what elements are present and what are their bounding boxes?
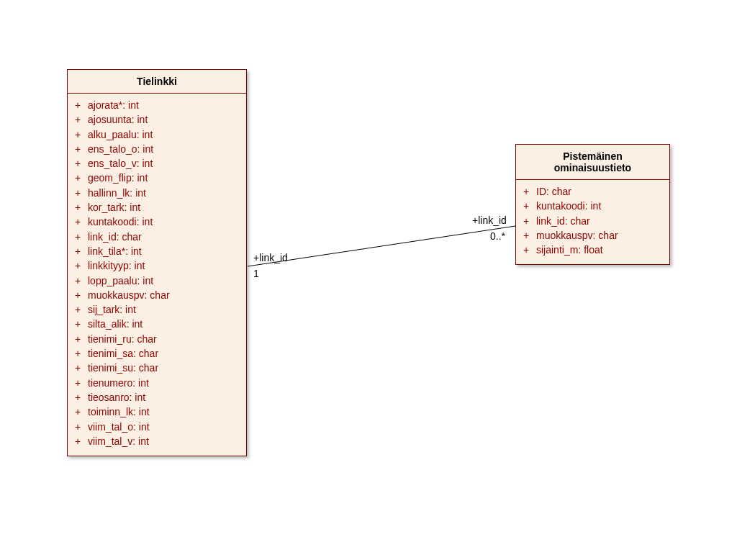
attr-row: +lopp_paalu: int: [75, 274, 239, 288]
class-pistemainen-title: Pistemäinen ominaisuustieto: [516, 145, 669, 180]
class-pistemainen: Pistemäinen ominaisuustieto +ID: char +k…: [515, 144, 670, 265]
assoc-right-role: +link_id: [472, 214, 507, 226]
attr-row: +viim_tal_o: int: [75, 420, 239, 434]
class-tielinkki-title: Tielinkki: [68, 70, 246, 94]
attr-row: +ens_talo_o: int: [75, 142, 239, 156]
attr-row: +kuntakoodi: int: [75, 214, 239, 229]
attr-row: +ID: char: [523, 184, 662, 199]
assoc-right-mult: 0..*: [490, 230, 505, 242]
attr-row: +kuntakoodi: int: [523, 199, 662, 213]
attr-row: +tieosanro: int: [75, 390, 239, 405]
attr-row: +sij_tark: int: [75, 302, 239, 317]
attr-row: +tienimi_sa: char: [75, 346, 239, 361]
attr-row: +ens_talo_v: int: [75, 156, 239, 171]
attr-row: +silta_alik: int: [75, 317, 239, 331]
attr-row: +ajorata*: int: [75, 98, 239, 112]
attr-row: +link_tila*: int: [75, 244, 239, 258]
class-tielinkki-attrs: +ajorata*: int +ajosuunta: int +alku_paa…: [68, 94, 246, 456]
attr-row: +sijainti_m: float: [523, 243, 662, 257]
attr-row: +tienimi_su: char: [75, 361, 239, 375]
assoc-left-mult: 1: [253, 268, 259, 279]
attr-row: +tienumero: int: [75, 376, 239, 390]
attr-row: +linkkityyp: int: [75, 258, 239, 273]
attr-row: +alku_paalu: int: [75, 127, 239, 142]
attr-row: +link_id: char: [75, 230, 239, 244]
attr-row: +muokkauspv: char: [523, 228, 662, 243]
class-pistemainen-attrs: +ID: char +kuntakoodi: int +link_id: cha…: [516, 180, 669, 264]
attr-row: +hallinn_lk: int: [75, 186, 239, 200]
attr-row: +ajosuunta: int: [75, 112, 239, 127]
attr-row: +tienimi_ru: char: [75, 332, 239, 346]
attr-row: +kor_tark: int: [75, 200, 239, 214]
attr-row: +link_id: char: [523, 214, 662, 228]
class-tielinkki: Tielinkki +ajorata*: int +ajosuunta: int…: [67, 69, 247, 456]
attr-row: +geom_flip: int: [75, 171, 239, 185]
attr-row: +toiminn_lk: int: [75, 405, 239, 419]
assoc-left-role: +link_id: [253, 252, 288, 263]
attr-row: +viim_tal_v: int: [75, 434, 239, 448]
attr-row: +muokkauspv: char: [75, 288, 239, 302]
